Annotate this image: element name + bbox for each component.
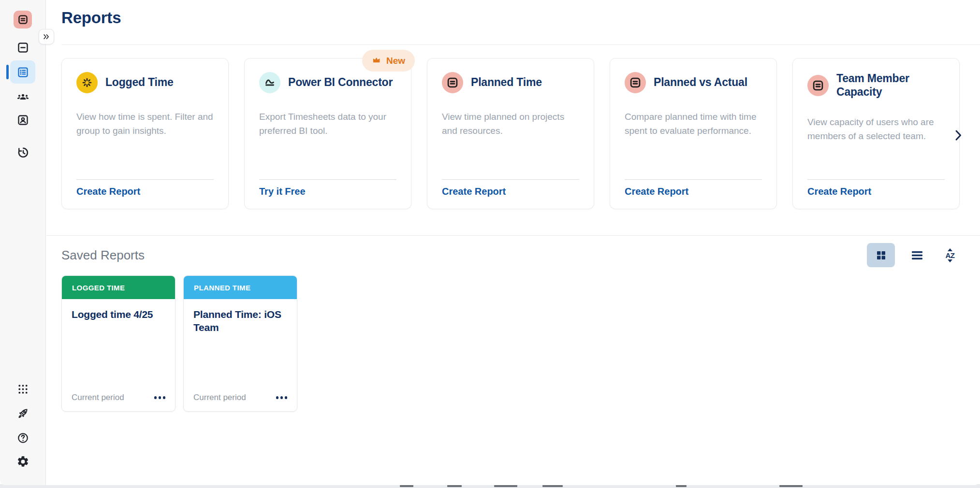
sidebar-item-help[interactable] xyxy=(14,429,31,446)
taskbar-text-fragment xyxy=(447,485,462,487)
app-window: Reports Logged Time View how time is spe… xyxy=(0,0,980,485)
report-template-carousel: Logged Time View how time is spent. Filt… xyxy=(61,58,960,209)
report-period: Current period xyxy=(72,393,124,402)
card-divider xyxy=(625,179,762,180)
active-item-indicator xyxy=(6,65,9,79)
kebab-menu-icon[interactable] xyxy=(276,394,288,401)
taskbar-text-fragment xyxy=(779,485,803,487)
saved-reports-grid: LOGGED TIME Logged time 4/25 Current per… xyxy=(61,275,297,412)
report-type-band: PLANNED TIME xyxy=(184,276,297,299)
new-badge: New xyxy=(362,50,415,72)
list-view-icon xyxy=(911,251,923,260)
report-type-band: LOGGED TIME xyxy=(62,276,175,299)
reports-icon xyxy=(16,66,29,79)
create-report-link[interactable]: Create Report xyxy=(807,186,871,197)
saved-report-title: Planned Time: iOS Team xyxy=(184,299,297,334)
settings-gear-icon xyxy=(16,455,29,468)
create-report-link[interactable]: Create Report xyxy=(76,186,140,197)
taskbar-text-fragment xyxy=(676,485,687,487)
list-view-button[interactable] xyxy=(907,243,927,267)
kebab-menu-icon[interactable] xyxy=(154,394,166,401)
sidebar-item-reports[interactable] xyxy=(10,60,35,84)
template-card-description: View time planned on projects and resour… xyxy=(442,110,579,138)
taskbar-text-fragment xyxy=(494,485,517,487)
tempo-logo[interactable] xyxy=(14,11,32,29)
sort-asc-caret-icon xyxy=(948,248,952,251)
template-card-planned-vs-actual: Planned vs Actual Compare planned time w… xyxy=(610,58,777,209)
sidebar-item-settings[interactable] xyxy=(14,453,31,470)
template-card-logged-time: Logged Time View how time is spent. Filt… xyxy=(61,58,229,209)
sidebar xyxy=(0,0,46,485)
power-bi-icon xyxy=(259,72,280,93)
help-icon xyxy=(16,431,29,445)
saved-reports-header: Saved Reports AZ xyxy=(61,243,961,268)
try-it-free-link[interactable]: Try it Free xyxy=(259,186,306,197)
report-period: Current period xyxy=(193,393,246,402)
template-card-title: Team Member Capacity xyxy=(836,72,909,99)
template-card-description: Export Timesheets data to your preferred… xyxy=(259,110,396,138)
taskbar-text-fragment xyxy=(400,485,413,487)
sort-az-icon: AZ xyxy=(946,252,955,259)
sidebar-item-history[interactable] xyxy=(14,144,31,161)
card-divider xyxy=(807,179,945,180)
taskbar-text-fragment xyxy=(542,485,563,487)
report-type-label: LOGGED TIME xyxy=(72,284,125,292)
card-divider xyxy=(442,179,579,180)
section-divider xyxy=(46,235,980,236)
carousel-next-button[interactable] xyxy=(951,127,965,144)
planned-vs-actual-icon xyxy=(625,72,646,93)
timesheet-icon xyxy=(16,41,29,54)
sidebar-item-whats-new[interactable] xyxy=(14,404,31,422)
header-divider xyxy=(61,44,980,45)
saved-report-card-planned-time[interactable]: PLANNED TIME Planned Time: iOS Team Curr… xyxy=(183,275,297,412)
planned-time-icon xyxy=(442,72,463,93)
saved-report-card-logged-time[interactable]: LOGGED TIME Logged time 4/25 Current per… xyxy=(61,275,176,412)
sidebar-expand-button[interactable] xyxy=(39,29,54,44)
saved-reports-title: Saved Reports xyxy=(61,248,145,263)
apps-grid-icon xyxy=(16,383,29,396)
history-icon xyxy=(16,146,29,159)
sidebar-item-teams[interactable] xyxy=(14,88,31,105)
template-card-title: Planned vs Actual xyxy=(654,76,747,89)
template-card-title: Power BI Connector xyxy=(288,76,393,89)
template-card-title: Logged Time xyxy=(105,76,174,89)
create-report-link[interactable]: Create Report xyxy=(625,186,688,197)
template-card-description: View capacity of users who are members o… xyxy=(807,115,945,143)
grid-view-icon xyxy=(876,250,886,260)
logged-time-icon xyxy=(76,72,98,93)
contact-card-icon xyxy=(16,114,29,127)
saved-report-title: Logged time 4/25 xyxy=(62,299,175,321)
chevron-right-icon xyxy=(952,128,964,143)
card-divider xyxy=(259,179,396,180)
template-card-description: View how time is spent. Filter and group… xyxy=(76,110,214,138)
double-chevron-right-icon xyxy=(42,32,51,41)
rocket-icon xyxy=(16,407,29,420)
template-card-planned-time: Planned Time View time planned on projec… xyxy=(427,58,594,209)
template-card-description: Compare planned time with time spent to … xyxy=(625,110,762,138)
template-card-power-bi: New Power BI Connector Export Timesheets… xyxy=(244,58,411,209)
new-badge-label: New xyxy=(386,56,405,66)
page-title: Reports xyxy=(61,9,121,27)
document-glyph-icon xyxy=(17,14,29,25)
sidebar-item-apps[interactable] xyxy=(14,380,31,398)
sidebar-item-timesheets[interactable] xyxy=(14,39,31,56)
create-report-link[interactable]: Create Report xyxy=(442,186,506,197)
crown-icon xyxy=(372,56,382,66)
view-controls: AZ xyxy=(867,243,961,267)
sidebar-item-accounts[interactable] xyxy=(14,111,31,129)
sort-az-button[interactable]: AZ xyxy=(939,243,961,267)
grid-view-button[interactable] xyxy=(867,243,895,267)
sort-desc-caret-icon xyxy=(948,259,952,262)
team-capacity-icon xyxy=(807,75,829,96)
template-card-title: Planned Time xyxy=(471,76,542,89)
teams-icon xyxy=(16,90,29,103)
card-divider xyxy=(76,179,214,180)
template-card-team-member-capacity: Team Member Capacity View capacity of us… xyxy=(792,58,960,209)
main-content: Reports Logged Time View how time is spe… xyxy=(46,0,980,485)
report-type-label: PLANNED TIME xyxy=(194,284,250,292)
